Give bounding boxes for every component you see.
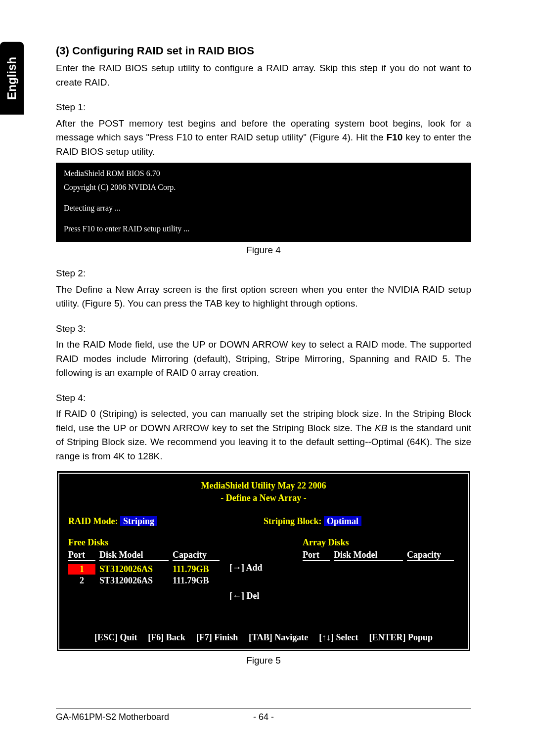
array-disks-header: Array Disks (303, 537, 459, 550)
step4-text: If RAID 0 (Striping) is selected, you ca… (56, 407, 471, 463)
console-line: Press F10 to enter RAID setup utility ..… (64, 223, 463, 235)
raid-mode-value: Striping (120, 516, 157, 526)
hotkey-finish: [F7] Finish (196, 632, 238, 643)
array-disks-panel[interactable]: Array Disks Port Disk Model Capacity (303, 537, 459, 626)
striping-block-value: Optimal (324, 516, 361, 526)
col-capacity: Capacity (173, 550, 220, 561)
hotkey-select: [↑↓] Select (319, 632, 358, 643)
bios-title-line1: MediaShield Utility May 22 2006 (59, 480, 468, 492)
bios-title-line2: - Define a New Array - (59, 492, 468, 504)
figure4-caption: Figure 4 (56, 245, 471, 256)
step4-label: Step 4: (56, 391, 471, 405)
footer-page-number: - 64 - (253, 712, 274, 722)
f10-key: F10 (387, 132, 403, 142)
hotkey-back: [F6] Back (148, 632, 185, 643)
figure5-caption: Figure 5 (56, 655, 471, 666)
raid-mode-field[interactable]: RAID Mode: Striping (68, 516, 264, 527)
step3-label: Step 3: (56, 322, 471, 336)
striping-block-field[interactable]: Striping Block: Optimal (264, 516, 459, 527)
hotkey-popup: [ENTER] Popup (369, 632, 433, 643)
free-disk-row[interactable]: 1 ST3120026AS 111.79GB (68, 564, 224, 575)
page-footer: GA-M61PM-S2 Motherboard - 64 - (56, 709, 471, 722)
console-line: MediaShield ROM BIOS 6.70 (64, 168, 463, 179)
hotkey-navigate: [TAB] Navigate (249, 632, 308, 643)
section-heading: (3) Configuring RAID set in RAID BIOS (56, 44, 471, 57)
free-disk-row[interactable]: 2 ST3120026AS 111.79GB (68, 576, 224, 586)
step2-text: The Define a New Array screen is the fir… (56, 283, 471, 311)
bios-title: MediaShield Utility May 22 2006 - Define… (59, 474, 468, 510)
bios-utility-figure5: MediaShield Utility May 22 2006 - Define… (56, 470, 471, 652)
document-content: (3) Configuring RAID set in RAID BIOS En… (56, 44, 471, 675)
bios-disk-tables: Free Disks Port Disk Model Capacity 1 ST… (59, 537, 468, 626)
col-port: Port (303, 550, 330, 561)
step1-text: After the POST memory test begins and be… (56, 117, 471, 159)
language-tab: English (0, 42, 24, 115)
kb-unit: KB (375, 423, 387, 433)
spacer (64, 195, 463, 200)
add-del-controls: [→] Add [←] Del (224, 537, 303, 626)
col-capacity: Capacity (407, 550, 454, 561)
cell-port: 1 (68, 564, 95, 575)
free-disks-columns: Port Disk Model Capacity (68, 550, 224, 563)
bios-options-row: RAID Mode: Striping Striping Block: Opti… (59, 510, 468, 537)
cell-model: ST3120026AS (99, 564, 169, 575)
step3-text: In the RAID Mode field, use the UP or DO… (56, 338, 471, 380)
cell-capacity: 111.79GB (173, 576, 220, 586)
section-intro: Enter the RAID BIOS setup utility to con… (56, 61, 471, 89)
col-disk-model: Disk Model (99, 550, 169, 561)
striping-block-label: Striping Block: (264, 516, 324, 526)
array-disks-columns: Port Disk Model Capacity (303, 550, 459, 563)
console-line: Copyright (C) 2006 NVIDIA Corp. (64, 181, 463, 193)
cell-port: 2 (68, 576, 95, 586)
spacer (64, 216, 463, 221)
del-control[interactable]: [←] Del (229, 591, 259, 601)
hotkey-quit: [ESC] Quit (94, 632, 137, 643)
cell-model: ST3120026AS (99, 576, 169, 586)
col-port: Port (68, 550, 95, 561)
raid-mode-label: RAID Mode: (68, 516, 120, 526)
cell-capacity: 111.79GB (173, 564, 220, 575)
bios-footer-hotkeys: [ESC] Quit [F6] Back [F7] Finish [TAB] N… (59, 626, 468, 649)
bios-console-figure4: MediaShield ROM BIOS 6.70 Copyright (C) … (56, 163, 471, 242)
footer-product: GA-M61PM-S2 Motherboard (56, 712, 264, 722)
free-disks-header: Free Disks (68, 537, 224, 550)
step1-label: Step 1: (56, 100, 471, 115)
free-disks-panel[interactable]: Free Disks Port Disk Model Capacity 1 ST… (68, 537, 224, 626)
col-disk-model: Disk Model (334, 550, 403, 561)
step2-label: Step 2: (56, 267, 471, 281)
console-line: Detecting array ... (64, 202, 463, 214)
add-control[interactable]: [→] Add (229, 563, 263, 573)
